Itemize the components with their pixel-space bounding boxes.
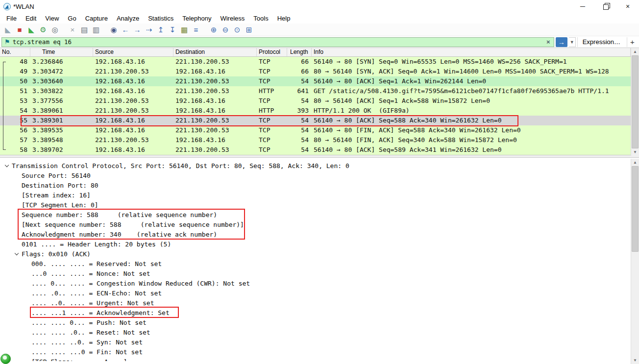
detail-line[interactable]: .... .... ...0 = Fin: Not set bbox=[0, 347, 639, 357]
auto-scroll-icon[interactable]: ≡ bbox=[190, 24, 202, 35]
detail-line[interactable]: .... ...1 .... = Acknowledgment: Set bbox=[0, 308, 639, 317]
detail-line[interactable]: [Stream index: 16] bbox=[0, 190, 639, 200]
clear-filter-icon[interactable]: × bbox=[544, 38, 553, 46]
packet-row-53[interactable]: 533.377556221.130.200.53192.168.43.16TCP… bbox=[0, 96, 631, 106]
detail-line[interactable]: Flags: 0x010 (ACK) bbox=[0, 249, 639, 259]
column-header-protocol[interactable]: Protocol bbox=[257, 48, 287, 56]
resize-columns-icon[interactable]: ⊞ bbox=[243, 24, 255, 35]
column-header-time[interactable]: Time bbox=[30, 48, 93, 56]
capture-options-icon[interactable]: ⚙ bbox=[37, 24, 49, 35]
detail-line[interactable]: [Next sequence number: 588 (relative seq… bbox=[0, 219, 639, 229]
go-last-icon[interactable]: ↧ bbox=[167, 24, 178, 35]
wireshark-app-icon bbox=[3, 3, 11, 10]
menu-file[interactable]: File bbox=[2, 14, 21, 23]
detail-line[interactable]: Source Port: 56140 bbox=[0, 170, 639, 180]
detail-line[interactable]: .... 0... .... = Congestion Window Reduc… bbox=[0, 278, 639, 288]
scroll-down-icon[interactable]: ▼ bbox=[631, 357, 639, 364]
close-button[interactable]: × bbox=[616, 0, 639, 13]
detail-line[interactable]: [TCP Flags: ·······A····] bbox=[0, 357, 639, 361]
packet-row-54[interactable]: 543.389061221.130.200.53192.168.43.16HTT… bbox=[0, 106, 631, 116]
menu-tools[interactable]: Tools bbox=[249, 14, 272, 23]
zoom-in-icon[interactable]: ⊕ bbox=[208, 24, 220, 35]
zoom-out-icon[interactable]: ⊖ bbox=[220, 24, 231, 35]
details-scrollbar[interactable]: ▲ ▼ bbox=[631, 159, 639, 364]
packet-row-49[interactable]: 493.303472221.130.200.53192.168.43.16TCP… bbox=[0, 67, 631, 76]
menu-statistics[interactable]: Statistics bbox=[144, 14, 178, 23]
minimize-button[interactable]: ─ bbox=[571, 0, 594, 13]
go-back-icon[interactable]: ← bbox=[120, 24, 131, 35]
menu-view[interactable]: View bbox=[41, 14, 63, 23]
go-first-icon[interactable]: ↥ bbox=[155, 24, 167, 35]
packet-row-58[interactable]: 583.389702192.168.43.16221.130.200.53TCP… bbox=[0, 145, 631, 155]
scrollbar-thumb[interactable] bbox=[632, 55, 639, 148]
open-file-icon[interactable]: ◎ bbox=[49, 24, 61, 35]
packet-row-57[interactable]: 573.389548221.130.200.53192.168.43.16TCP… bbox=[0, 135, 631, 145]
column-header-no[interactable]: No. bbox=[0, 48, 30, 56]
apply-filter-button[interactable]: → bbox=[556, 37, 567, 47]
column-header-length[interactable]: Length bbox=[287, 48, 312, 56]
packet-row-51[interactable]: 513.303822192.168.43.16221.130.200.53HTT… bbox=[0, 86, 631, 96]
filter-bookmark-icon[interactable]: ⚑ bbox=[4, 38, 10, 46]
menu-capture[interactable]: Capture bbox=[81, 14, 112, 23]
find-packet-icon[interactable]: ◉ bbox=[108, 24, 120, 35]
detail-tree: Transmission Control Protocol, Src Port:… bbox=[0, 161, 639, 361]
cell-time: 3.389548 bbox=[30, 135, 93, 145]
display-filter-input[interactable] bbox=[13, 38, 544, 46]
detail-line[interactable]: 0101 .... = Header Length: 20 bytes (5) bbox=[0, 239, 639, 249]
detail-line[interactable]: Sequence number: 588 (relative sequence … bbox=[0, 210, 639, 219]
column-header-info[interactable]: Info bbox=[312, 48, 631, 56]
detail-text: 000. .... .... = Reserved: Not set bbox=[31, 260, 162, 267]
restart-capture-icon[interactable]: ◣ bbox=[25, 24, 37, 35]
packet-row-48[interactable]: 483.236846192.168.43.16221.130.200.53TCP… bbox=[0, 57, 631, 67]
detail-line[interactable]: 000. .... .... = Reserved: Not set bbox=[0, 259, 639, 268]
packet-row-56[interactable]: 563.389535192.168.43.16221.130.200.53TCP… bbox=[0, 125, 631, 135]
detail-line[interactable]: Transmission Control Protocol, Src Port:… bbox=[0, 161, 639, 170]
menu-telephony[interactable]: Telephony bbox=[178, 14, 216, 23]
detail-line[interactable]: .... .0.. .... = ECN-Echo: Not set bbox=[0, 288, 639, 298]
expression-button[interactable]: Expression… bbox=[577, 37, 625, 47]
menu-go[interactable]: Go bbox=[63, 14, 80, 23]
scroll-up-icon[interactable]: ▲ bbox=[631, 48, 639, 55]
detail-line[interactable]: .... ..0. .... = Urgent: Not set bbox=[0, 298, 639, 308]
detail-line[interactable]: Destination Port: 80 bbox=[0, 180, 639, 190]
menu-analyze[interactable]: Analyze bbox=[112, 14, 144, 23]
packet-list: 483.236846192.168.43.16221.130.200.53TCP… bbox=[0, 57, 631, 155]
packet-list-scrollbar[interactable]: ▲ ▼ bbox=[631, 48, 639, 156]
save-file-icon[interactable]: ▤ bbox=[78, 24, 90, 35]
close-file-icon[interactable]: × bbox=[67, 24, 78, 35]
menu-bar: FileEditViewGoCaptureAnalyzeStatisticsTe… bbox=[0, 13, 639, 24]
detail-line[interactable]: .... .... .0.. = Reset: Not set bbox=[0, 327, 639, 337]
cell-len: 54 bbox=[287, 76, 312, 86]
detail-line[interactable]: [TCP Segment Len: 0] bbox=[0, 200, 639, 210]
colorize-icon[interactable]: ▦ bbox=[178, 24, 190, 35]
expander-icon[interactable] bbox=[4, 161, 12, 170]
scroll-up-icon[interactable]: ▲ bbox=[631, 159, 639, 166]
stop-capture-icon[interactable]: ■ bbox=[14, 24, 25, 35]
go-forward-icon[interactable]: → bbox=[131, 24, 143, 35]
start-capture-icon[interactable]: ◣ bbox=[2, 24, 14, 35]
reload-file-icon[interactable]: ▥ bbox=[90, 24, 102, 35]
packet-row-50[interactable]: 503.303640192.168.43.16221.130.200.53TCP… bbox=[0, 76, 631, 86]
cell-time: 3.303472 bbox=[30, 67, 93, 76]
detail-text: [TCP Segment Len: 0] bbox=[22, 201, 98, 209]
expander-icon[interactable] bbox=[14, 249, 22, 259]
scroll-down-icon[interactable]: ▼ bbox=[631, 148, 639, 156]
detail-line[interactable]: .... .... 0... = Push: Not set bbox=[0, 317, 639, 327]
go-to-packet-icon[interactable]: ⇢ bbox=[143, 24, 155, 35]
detail-line[interactable]: ...0 .... .... = Nonce: Not set bbox=[0, 268, 639, 278]
zoom-reset-icon[interactable]: ⊙ bbox=[231, 24, 243, 35]
menu-help[interactable]: Help bbox=[273, 14, 295, 23]
packet-row-55[interactable]: 553.389301192.168.43.16221.130.200.53TCP… bbox=[0, 116, 631, 125]
menu-wireless[interactable]: Wireless bbox=[216, 14, 249, 23]
restore-button[interactable] bbox=[594, 0, 616, 13]
add-filter-button[interactable]: + bbox=[627, 37, 638, 47]
expert-info-button[interactable] bbox=[0, 354, 11, 364]
detail-line[interactable]: Acknowledgment number: 340 (relative ack… bbox=[0, 229, 639, 239]
menu-edit[interactable]: Edit bbox=[21, 14, 41, 23]
filter-dropdown-button[interactable]: ▼ bbox=[569, 37, 576, 47]
detail-line[interactable]: .... .... ..0. = Syn: Not set bbox=[0, 337, 639, 347]
scrollbar-thumb[interactable] bbox=[632, 166, 639, 252]
column-header-destination[interactable]: Destination bbox=[173, 48, 257, 56]
column-header-source[interactable]: Source bbox=[93, 48, 173, 56]
display-filter-field[interactable]: ⚑ × bbox=[1, 37, 554, 47]
